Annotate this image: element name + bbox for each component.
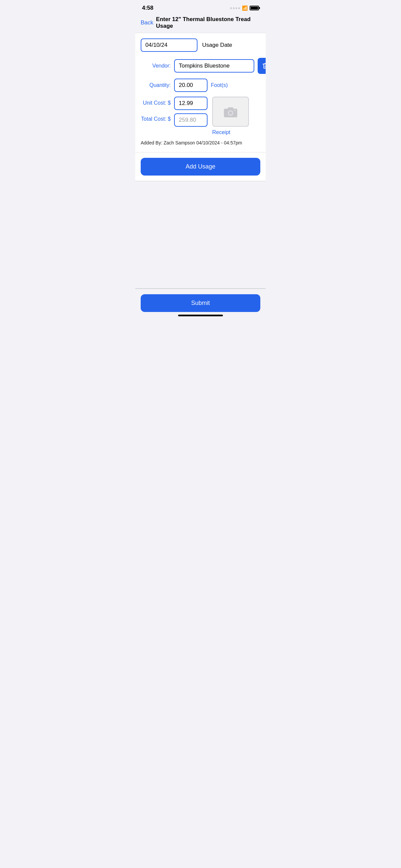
form-section: Usage Date Vendor: Quantity: Foot(s) bbox=[135, 33, 266, 152]
status-icons: 📶 bbox=[230, 5, 259, 11]
home-bar bbox=[178, 315, 223, 316]
battery-icon bbox=[249, 6, 259, 10]
usage-date-label: Usage Date bbox=[202, 42, 232, 49]
page-title: Enter 12" Thermal Bluestone Tread Usage bbox=[156, 16, 260, 29]
status-time: 4:58 bbox=[142, 5, 154, 11]
usage-date-input[interactable] bbox=[141, 38, 198, 52]
empty-space bbox=[135, 181, 266, 288]
trash-icon bbox=[262, 62, 266, 69]
svg-point-2 bbox=[229, 111, 232, 115]
submit-button[interactable]: Submit bbox=[141, 294, 260, 312]
camera-icon bbox=[223, 105, 238, 118]
signal-icon bbox=[230, 7, 240, 9]
receipt-col: Receipt bbox=[212, 97, 249, 135]
add-usage-button[interactable]: Add Usage bbox=[141, 158, 260, 176]
wifi-icon: 📶 bbox=[242, 5, 247, 11]
status-bar: 4:58 📶 bbox=[135, 0, 266, 13]
quantity-row: Quantity: Foot(s) bbox=[141, 79, 260, 92]
cost-inputs-col bbox=[174, 97, 207, 127]
cost-row: Unit Cost: $ Total Cost: $ Receip bbox=[141, 97, 260, 135]
quantity-input[interactable] bbox=[174, 79, 207, 92]
bottom-section: Submit bbox=[135, 288, 266, 328]
cost-labels-col: Unit Cost: $ Total Cost: $ bbox=[141, 97, 171, 125]
total-cost-input bbox=[174, 113, 207, 127]
receipt-button[interactable] bbox=[212, 97, 249, 127]
svg-rect-3 bbox=[228, 107, 233, 109]
nav-bar: Back Enter 12" Thermal Bluestone Tread U… bbox=[135, 13, 266, 33]
home-indicator bbox=[141, 312, 260, 318]
added-by-text: Added By: Zach Sampson 04/10/2024 - 04:5… bbox=[141, 140, 260, 146]
quantity-unit-label: Foot(s) bbox=[211, 82, 228, 88]
vendor-input[interactable] bbox=[174, 59, 254, 72]
vendor-label: Vendor: bbox=[141, 63, 171, 69]
date-row: Usage Date bbox=[141, 38, 260, 52]
vendor-row: Vendor: bbox=[141, 58, 260, 74]
unit-cost-input[interactable] bbox=[174, 97, 207, 110]
total-cost-label: Total Cost: $ bbox=[141, 113, 171, 125]
quantity-label: Quantity: bbox=[141, 82, 171, 88]
receipt-label: Receipt bbox=[212, 129, 230, 135]
back-button[interactable]: Back bbox=[141, 20, 154, 26]
delete-button[interactable] bbox=[258, 58, 266, 74]
svg-point-4 bbox=[234, 110, 236, 111]
add-usage-section: Add Usage bbox=[135, 152, 266, 181]
unit-cost-label: Unit Cost: $ bbox=[141, 97, 171, 109]
